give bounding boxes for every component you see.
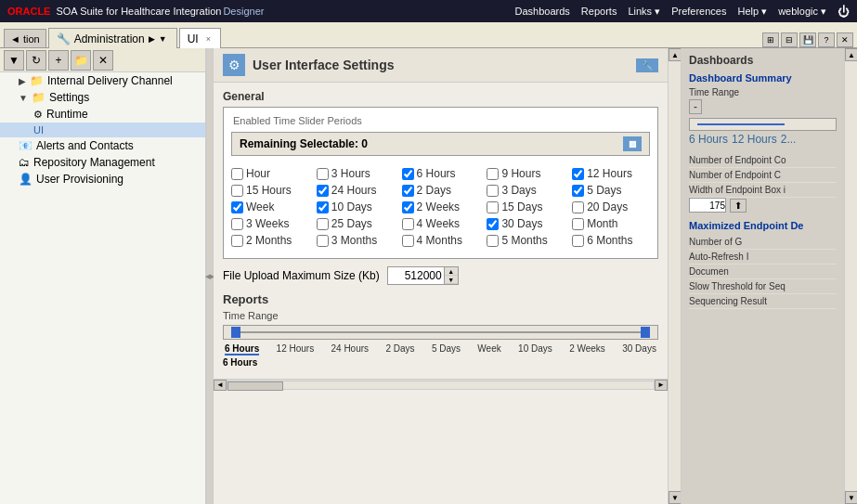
tab-close-btn[interactable]: × (206, 34, 211, 44)
checkbox-15days[interactable]: 15 Days (487, 200, 565, 213)
spinner-up-btn[interactable]: ▲ (445, 267, 458, 276)
time-label-12hours[interactable]: 12 Hours (277, 343, 315, 355)
checkbox-24hours[interactable]: 24 Hours (317, 184, 395, 197)
checkbox-4months[interactable]: 4 Months (402, 234, 480, 247)
file-upload-spinner[interactable]: ▲ ▼ (387, 266, 459, 285)
sidebar-item-settings[interactable]: ▼ 📁 Settings (0, 89, 205, 106)
checkbox-3weeks[interactable]: 3 Weeks (231, 217, 309, 230)
nav-reports[interactable]: Reports (581, 6, 617, 17)
checkbox-25days[interactable]: 25 Days (317, 217, 395, 230)
slider-thumb-right[interactable] (641, 327, 650, 338)
time-label-2weeks[interactable]: 2 Weeks (569, 343, 605, 355)
bottom-scrollbar[interactable]: ◄ ► (214, 379, 668, 390)
right-slider[interactable] (689, 118, 837, 131)
sidebar-item-delivery-channel[interactable]: ▶ 📁 Internal Delivery Channel (0, 72, 205, 89)
window-restore-btn[interactable]: ⊞ (762, 32, 779, 47)
delete-btn[interactable]: ✕ (93, 50, 113, 71)
sidebar-item-ui[interactable]: UI (0, 123, 205, 137)
checkbox-hour[interactable]: Hour (231, 167, 309, 180)
checkbox-6hours[interactable]: 6 Hours (402, 167, 480, 180)
checkbox-30days-input[interactable] (487, 218, 499, 230)
checkbox-4weeks[interactable]: 4 Weeks (402, 217, 480, 230)
checkbox-3days-input[interactable] (487, 185, 499, 197)
checkbox-4weeks-input[interactable] (402, 218, 414, 230)
reports-slider[interactable] (223, 325, 658, 340)
checkbox-15days-input[interactable] (487, 201, 499, 213)
time-label-24hours[interactable]: 24 Hours (331, 343, 370, 355)
checkbox-15hours-input[interactable] (231, 185, 243, 197)
file-upload-input[interactable] (388, 267, 444, 284)
checkbox-24hours-input[interactable] (317, 185, 329, 197)
tab-ui[interactable]: UI × (179, 28, 221, 48)
right-vscrollbar[interactable]: ▲ ▼ (844, 48, 857, 504)
spinner-down-btn[interactable]: ▼ (445, 276, 458, 284)
width-input[interactable] (689, 198, 726, 213)
vscroll-down-btn[interactable]: ▼ (669, 491, 681, 504)
checkbox-week[interactable]: Week (231, 200, 309, 213)
checkbox-10days[interactable]: 10 Days (317, 200, 395, 213)
checkbox-5months[interactable]: 5 Months (487, 234, 565, 247)
time-label-6hours[interactable]: 6 Hours (225, 343, 259, 355)
checkbox-hour-input[interactable] (231, 168, 243, 180)
checkbox-6hours-input[interactable] (402, 168, 414, 180)
add-btn[interactable]: + (48, 50, 69, 71)
checkbox-12hours-input[interactable] (572, 168, 584, 180)
checkbox-4months-input[interactable] (402, 235, 414, 247)
checkbox-25days-input[interactable] (317, 218, 329, 230)
power-icon[interactable]: ⏻ (838, 5, 850, 19)
window-help-btn[interactable]: ? (818, 32, 835, 47)
checkbox-3weeks-input[interactable] (231, 218, 243, 230)
checkbox-20days[interactable]: 20 Days (572, 200, 650, 213)
tab-menu-icon[interactable]: ▼ (159, 34, 167, 44)
checkbox-6months[interactable]: 6 Months (572, 234, 650, 247)
nav-help[interactable]: Help ▾ (737, 6, 767, 18)
window-save-btn[interactable]: 💾 (799, 32, 816, 47)
sidebar-item-repository[interactable]: 🗂 Repository Management (0, 154, 205, 171)
checkbox-10days-input[interactable] (317, 201, 329, 213)
checkbox-12hours[interactable]: 12 Hours (572, 167, 650, 180)
vscroll-up-btn[interactable]: ▲ (669, 48, 681, 61)
filter-btn[interactable]: ▼ (4, 50, 24, 71)
checkbox-15hours[interactable]: 15 Hours (231, 184, 309, 197)
scroll-track[interactable] (227, 381, 655, 390)
checkbox-2weeks-input[interactable] (402, 201, 414, 213)
checkbox-month-input[interactable] (572, 218, 584, 230)
nav-preferences[interactable]: Preferences (671, 6, 726, 17)
header-right-btn[interactable]: 🔧 (636, 58, 658, 71)
tab-administration[interactable]: 🔧 Administration ▶ ▼ (48, 28, 177, 48)
checkbox-3months-input[interactable] (317, 235, 329, 247)
checkbox-2months-input[interactable] (231, 235, 243, 247)
checkbox-20days-input[interactable] (572, 201, 584, 213)
checkbox-5months-input[interactable] (487, 235, 499, 247)
right-time-6h[interactable]: 6 Hours (689, 133, 728, 146)
upload-icon-btn[interactable]: ⬆ (730, 199, 747, 213)
refresh-btn[interactable]: ↻ (26, 50, 46, 71)
window-minimize-btn[interactable]: ⊟ (781, 32, 798, 47)
right-dash-btn[interactable]: - (689, 99, 702, 114)
time-label-10days[interactable]: 10 Days (518, 343, 552, 355)
checkbox-5days[interactable]: 5 Days (572, 184, 650, 197)
resize-handle[interactable] (206, 48, 214, 504)
scroll-thumb[interactable] (227, 381, 283, 391)
time-label-5days[interactable]: 5 Days (432, 343, 461, 355)
sidebar-item-provisioning[interactable]: 👤 User Provisioning (0, 171, 205, 187)
checkbox-30days[interactable]: 30 Days (487, 217, 565, 230)
checkbox-2days[interactable]: 2 Days (402, 184, 480, 197)
content-vscrollbar[interactable]: ▲ ▼ (668, 48, 681, 504)
slider-thumb-left[interactable] (231, 327, 240, 338)
checkbox-3hours[interactable]: 3 Hours (317, 167, 395, 180)
time-label-2days[interactable]: 2 Days (385, 343, 414, 355)
right-time-2[interactable]: 2... (781, 133, 797, 146)
checkbox-9hours-input[interactable] (487, 168, 499, 180)
checkbox-2weeks[interactable]: 2 Weeks (402, 200, 480, 213)
checkbox-2months[interactable]: 2 Months (231, 234, 309, 247)
checkbox-5days-input[interactable] (572, 185, 584, 197)
nav-links[interactable]: Links ▾ (628, 6, 660, 18)
sidebar-item-runtime[interactable]: ⚙ Runtime (0, 106, 205, 123)
right-vscroll-down[interactable]: ▼ (845, 491, 857, 504)
tab-back-btn[interactable]: ◄ tion (4, 29, 46, 47)
checkbox-3hours-input[interactable] (317, 168, 329, 180)
folder-btn[interactable]: 📁 (71, 50, 91, 71)
scroll-left-btn[interactable]: ◄ (214, 380, 227, 391)
checkbox-2days-input[interactable] (402, 185, 414, 197)
